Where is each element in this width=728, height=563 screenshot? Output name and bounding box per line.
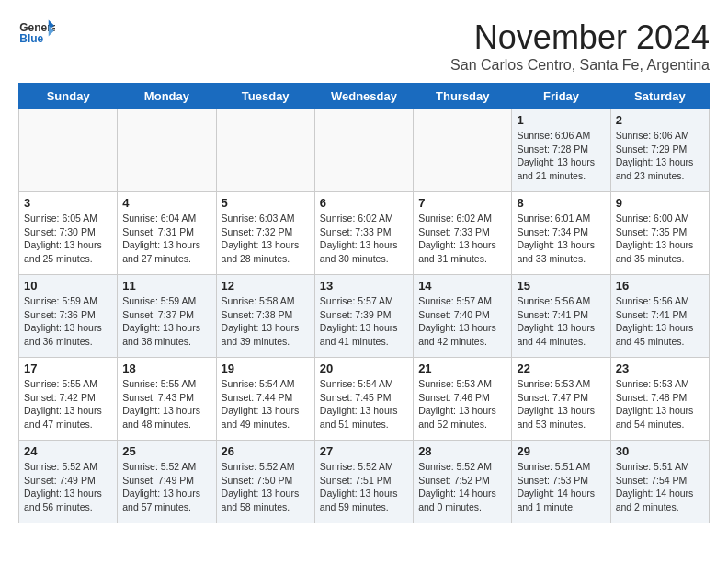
day-number: 17 xyxy=(24,362,112,375)
day-number: 22 xyxy=(517,362,605,375)
calendar-cell: 30Sunrise: 5:51 AM Sunset: 7:54 PM Dayli… xyxy=(610,441,709,523)
day-of-week-header: Tuesday xyxy=(216,84,314,109)
day-info: Sunrise: 5:51 AM Sunset: 7:53 PM Dayligh… xyxy=(517,460,605,514)
day-info: Sunrise: 5:54 AM Sunset: 7:44 PM Dayligh… xyxy=(222,377,310,431)
day-number: 29 xyxy=(517,444,605,458)
calendar-cell: 20Sunrise: 5:54 AM Sunset: 7:45 PM Dayli… xyxy=(314,358,413,441)
calendar-cell: 28Sunrise: 5:52 AM Sunset: 7:52 PM Dayli… xyxy=(414,441,512,523)
calendar-cell: 2Sunrise: 6:06 AM Sunset: 7:29 PM Daylig… xyxy=(610,109,709,192)
calendar-cell: 5Sunrise: 6:03 AM Sunset: 7:32 PM Daylig… xyxy=(216,192,314,275)
day-number: 11 xyxy=(122,279,210,293)
calendar-cell: 24Sunrise: 5:52 AM Sunset: 7:49 PM Dayli… xyxy=(19,441,118,523)
day-info: Sunrise: 5:57 AM Sunset: 7:39 PM Dayligh… xyxy=(320,294,408,349)
day-info: Sunrise: 5:58 AM Sunset: 7:38 PM Dayligh… xyxy=(222,294,310,349)
day-of-week-header: Sunday xyxy=(19,84,118,109)
calendar-cell: 27Sunrise: 5:52 AM Sunset: 7:51 PM Dayli… xyxy=(314,441,413,523)
calendar-cell: 19Sunrise: 5:54 AM Sunset: 7:44 PM Dayli… xyxy=(216,358,314,441)
day-number: 9 xyxy=(616,196,704,210)
day-number: 4 xyxy=(122,196,210,210)
day-info: Sunrise: 6:03 AM Sunset: 7:32 PM Dayligh… xyxy=(222,212,310,266)
day-number: 12 xyxy=(222,279,310,293)
calendar-cell xyxy=(19,109,118,192)
calendar-cell: 25Sunrise: 5:52 AM Sunset: 7:49 PM Dayli… xyxy=(118,441,216,523)
day-info: Sunrise: 6:00 AM Sunset: 7:35 PM Dayligh… xyxy=(616,212,704,266)
day-number: 15 xyxy=(517,279,605,293)
day-info: Sunrise: 5:51 AM Sunset: 7:54 PM Dayligh… xyxy=(616,460,704,514)
day-number: 1 xyxy=(517,113,605,127)
calendar-cell: 13Sunrise: 5:57 AM Sunset: 7:39 PM Dayli… xyxy=(314,275,413,358)
calendar-cell: 1Sunrise: 6:06 AM Sunset: 7:28 PM Daylig… xyxy=(512,109,610,192)
day-of-week-header: Thursday xyxy=(414,84,512,109)
calendar-cell: 6Sunrise: 6:02 AM Sunset: 7:33 PM Daylig… xyxy=(314,192,413,275)
calendar-cell: 9Sunrise: 6:00 AM Sunset: 7:35 PM Daylig… xyxy=(610,192,709,275)
day-number: 23 xyxy=(616,362,704,375)
day-number: 3 xyxy=(24,196,112,210)
day-info: Sunrise: 5:52 AM Sunset: 7:52 PM Dayligh… xyxy=(418,460,506,514)
day-info: Sunrise: 5:56 AM Sunset: 7:41 PM Dayligh… xyxy=(517,294,605,349)
day-info: Sunrise: 6:02 AM Sunset: 7:33 PM Dayligh… xyxy=(418,212,506,266)
day-of-week-header: Friday xyxy=(512,84,610,109)
logo-icon: General Blue xyxy=(18,18,55,46)
calendar-table: SundayMondayTuesdayWednesdayThursdayFrid… xyxy=(18,83,710,523)
day-info: Sunrise: 5:54 AM Sunset: 7:45 PM Dayligh… xyxy=(320,377,408,431)
day-number: 26 xyxy=(222,444,310,458)
day-info: Sunrise: 5:59 AM Sunset: 7:36 PM Dayligh… xyxy=(24,294,112,349)
day-number: 19 xyxy=(222,362,310,375)
day-info: Sunrise: 5:55 AM Sunset: 7:42 PM Dayligh… xyxy=(24,377,112,431)
calendar-cell: 8Sunrise: 6:01 AM Sunset: 7:34 PM Daylig… xyxy=(512,192,610,275)
day-info: Sunrise: 5:53 AM Sunset: 7:47 PM Dayligh… xyxy=(517,377,605,431)
day-number: 10 xyxy=(24,279,112,293)
day-info: Sunrise: 5:52 AM Sunset: 7:49 PM Dayligh… xyxy=(24,460,112,514)
day-number: 5 xyxy=(222,196,310,210)
day-number: 27 xyxy=(320,444,408,458)
day-info: Sunrise: 6:06 AM Sunset: 7:28 PM Dayligh… xyxy=(517,129,605,183)
day-info: Sunrise: 6:02 AM Sunset: 7:33 PM Dayligh… xyxy=(320,212,408,266)
day-info: Sunrise: 5:55 AM Sunset: 7:43 PM Dayligh… xyxy=(122,377,210,431)
calendar-cell: 22Sunrise: 5:53 AM Sunset: 7:47 PM Dayli… xyxy=(512,358,610,441)
calendar-cell: 4Sunrise: 6:04 AM Sunset: 7:31 PM Daylig… xyxy=(118,192,216,275)
day-info: Sunrise: 5:53 AM Sunset: 7:46 PM Dayligh… xyxy=(418,377,506,431)
day-info: Sunrise: 6:05 AM Sunset: 7:30 PM Dayligh… xyxy=(24,212,112,266)
day-number: 24 xyxy=(24,444,112,458)
calendar-cell: 10Sunrise: 5:59 AM Sunset: 7:36 PM Dayli… xyxy=(19,275,118,358)
calendar-cell: 26Sunrise: 5:52 AM Sunset: 7:50 PM Dayli… xyxy=(216,441,314,523)
calendar-cell: 11Sunrise: 5:59 AM Sunset: 7:37 PM Dayli… xyxy=(118,275,216,358)
calendar-cell: 12Sunrise: 5:58 AM Sunset: 7:38 PM Dayli… xyxy=(216,275,314,358)
day-info: Sunrise: 5:52 AM Sunset: 7:51 PM Dayligh… xyxy=(320,460,408,514)
svg-text:Blue: Blue xyxy=(19,32,43,45)
day-number: 6 xyxy=(320,196,408,210)
month-title: November 2024 xyxy=(450,18,710,57)
day-of-week-header: Saturday xyxy=(610,84,709,109)
calendar-cell: 21Sunrise: 5:53 AM Sunset: 7:46 PM Dayli… xyxy=(414,358,512,441)
day-info: Sunrise: 6:01 AM Sunset: 7:34 PM Dayligh… xyxy=(517,212,605,266)
day-info: Sunrise: 5:56 AM Sunset: 7:41 PM Dayligh… xyxy=(616,294,704,349)
day-info: Sunrise: 5:53 AM Sunset: 7:48 PM Dayligh… xyxy=(616,377,704,431)
day-number: 7 xyxy=(418,196,506,210)
day-number: 16 xyxy=(616,279,704,293)
day-info: Sunrise: 5:52 AM Sunset: 7:49 PM Dayligh… xyxy=(122,460,210,514)
calendar-cell: 29Sunrise: 5:51 AM Sunset: 7:53 PM Dayli… xyxy=(512,441,610,523)
day-info: Sunrise: 6:06 AM Sunset: 7:29 PM Dayligh… xyxy=(616,129,704,183)
calendar-cell: 16Sunrise: 5:56 AM Sunset: 7:41 PM Dayli… xyxy=(610,275,709,358)
calendar-cell: 7Sunrise: 6:02 AM Sunset: 7:33 PM Daylig… xyxy=(414,192,512,275)
calendar-cell xyxy=(118,109,216,192)
day-number: 30 xyxy=(616,444,704,458)
logo: General Blue xyxy=(18,18,55,46)
day-number: 14 xyxy=(418,279,506,293)
calendar-cell: 17Sunrise: 5:55 AM Sunset: 7:42 PM Dayli… xyxy=(19,358,118,441)
calendar-cell: 3Sunrise: 6:05 AM Sunset: 7:30 PM Daylig… xyxy=(19,192,118,275)
calendar-cell xyxy=(414,109,512,192)
day-info: Sunrise: 5:59 AM Sunset: 7:37 PM Dayligh… xyxy=(122,294,210,349)
day-number: 28 xyxy=(418,444,506,458)
day-number: 18 xyxy=(122,362,210,375)
calendar-cell: 15Sunrise: 5:56 AM Sunset: 7:41 PM Dayli… xyxy=(512,275,610,358)
calendar-cell xyxy=(216,109,314,192)
day-of-week-header: Wednesday xyxy=(314,84,413,109)
title-section: November 2024 San Carlos Centro, Santa F… xyxy=(450,18,710,74)
subtitle: San Carlos Centro, Santa Fe, Argentina xyxy=(450,57,710,74)
day-number: 21 xyxy=(418,362,506,375)
calendar-cell: 18Sunrise: 5:55 AM Sunset: 7:43 PM Dayli… xyxy=(118,358,216,441)
day-info: Sunrise: 5:57 AM Sunset: 7:40 PM Dayligh… xyxy=(418,294,506,349)
day-number: 8 xyxy=(517,196,605,210)
day-of-week-header: Monday xyxy=(118,84,216,109)
